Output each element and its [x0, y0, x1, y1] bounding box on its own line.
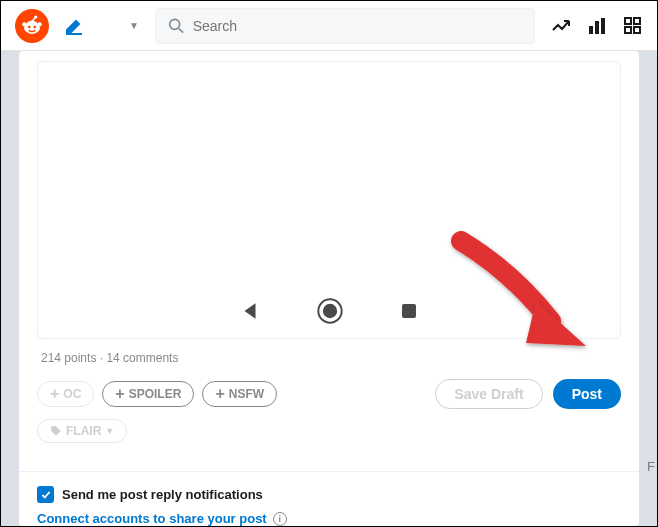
tag-row: + OC + SPOILER + NSFW Save Draft Post — [37, 379, 621, 409]
flair-tag[interactable]: FLAIR ▼ — [37, 419, 127, 443]
page-background: 214 points · 14 comments + OC + SPOILER … — [1, 51, 657, 526]
search-icon — [168, 17, 185, 35]
spoiler-tag[interactable]: + SPOILER — [102, 381, 194, 407]
popular-icon[interactable] — [551, 16, 571, 36]
chevron-down-icon: ▼ — [105, 426, 114, 436]
plus-icon: + — [215, 386, 224, 402]
reddit-logo[interactable] — [15, 9, 49, 43]
flair-label: FLAIR — [66, 424, 101, 438]
post-button[interactable]: Post — [553, 379, 621, 409]
svg-point-18 — [323, 304, 337, 318]
reply-notifications-label: Send me post reply notifications — [62, 487, 263, 502]
search-box[interactable] — [155, 8, 535, 44]
spoiler-label: SPOILER — [129, 387, 182, 401]
info-icon[interactable]: i — [273, 512, 287, 526]
svg-rect-14 — [634, 18, 640, 24]
search-input[interactable] — [193, 18, 522, 34]
svg-rect-13 — [625, 18, 631, 24]
svg-point-7 — [34, 15, 37, 18]
stop-icon[interactable] — [399, 301, 419, 321]
svg-rect-10 — [589, 26, 593, 34]
all-icon[interactable] — [587, 16, 607, 36]
svg-point-5 — [33, 25, 36, 28]
community-dropdown-caret[interactable]: ▼ — [129, 20, 139, 31]
nsfw-label: NSFW — [229, 387, 264, 401]
media-preview — [37, 61, 621, 339]
points-comments-text: 214 points · 14 comments — [41, 351, 617, 365]
svg-point-2 — [22, 22, 26, 26]
oc-label: OC — [63, 387, 81, 401]
record-icon[interactable] — [317, 298, 343, 324]
nsfw-tag[interactable]: + NSFW — [202, 381, 277, 407]
reply-notifications-checkbox[interactable] — [37, 486, 54, 503]
oc-tag[interactable]: + OC — [37, 381, 94, 407]
submit-card: 214 points · 14 comments + OC + SPOILER … — [19, 51, 639, 526]
plus-icon: + — [115, 386, 124, 402]
tag-icon — [50, 425, 62, 437]
top-header: ▼ — [1, 1, 657, 51]
side-cutoff-char: F — [647, 459, 655, 474]
svg-point-4 — [28, 25, 31, 28]
checkmark-icon — [40, 489, 52, 501]
save-draft-button[interactable]: Save Draft — [435, 379, 542, 409]
svg-rect-12 — [601, 18, 605, 34]
svg-point-8 — [170, 19, 180, 29]
previous-icon[interactable] — [239, 300, 261, 322]
svg-line-9 — [179, 28, 183, 32]
svg-rect-11 — [595, 21, 599, 34]
create-post-icon[interactable] — [63, 15, 85, 37]
plus-icon: + — [50, 386, 59, 402]
connect-accounts-link[interactable]: Connect accounts to share your post — [37, 511, 267, 526]
snoo-icon — [21, 15, 43, 37]
svg-rect-15 — [625, 27, 631, 33]
svg-rect-19 — [402, 304, 416, 318]
svg-rect-16 — [634, 27, 640, 33]
app-grid-icon[interactable] — [623, 16, 643, 36]
svg-point-3 — [37, 22, 41, 26]
